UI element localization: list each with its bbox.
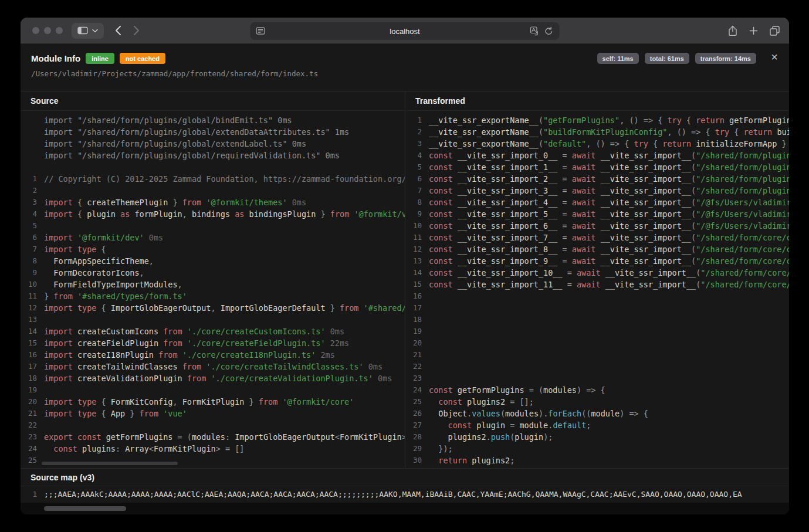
code-line: 20 [405,337,789,349]
window-close-button[interactable] [32,27,39,34]
code-line: 3__vite_ssr_exportName__("default", () =… [405,138,789,150]
code-panels: Source import "/shared/form/plugins/glob… [21,91,789,468]
back-button[interactable] [114,25,121,36]
address-bar[interactable]: localhost [251,22,560,40]
source-panel: Source import "/shared/form/plugins/glob… [21,92,405,468]
sidebar-toggle-button[interactable] [72,23,104,39]
self-time-badge: self: 11ms [597,53,639,64]
code-line: 18 [405,314,789,326]
reload-icon[interactable] [544,26,554,36]
sidebar-icon [77,26,88,35]
module-info-page: Module Info inline not cached self: 11ms… [21,44,789,514]
cache-status-badge: not cached [120,53,165,64]
browser-toolbar: localhost [21,18,789,44]
code-line: 12const __vite_ssr_import_8__ = await __… [405,243,789,255]
window-actions [728,18,780,44]
code-line: 22 [21,419,405,431]
code-line: 17import createTailwindClasses from './c… [21,361,405,372]
code-line: 10 FormFieldTypeImportModules, [21,279,405,290]
code-line: 5const __vite_ssr_import_1__ = await __v… [405,161,789,173]
window-minimize-button[interactable] [44,27,51,34]
code-line: 23 [405,372,789,384]
tab-overview-icon[interactable] [770,26,780,36]
code-line: 24 const plugins: Array<FormKitPlugin> =… [21,443,405,455]
code-line: 17 [405,302,789,314]
code-line: 24const getFormPlugins = (modules) => { [405,384,789,396]
code-line: 16 [405,290,789,302]
code-line: 1// Copyright (C) 2012-2025 Zammad Found… [21,173,405,185]
code-line: 9const __vite_ssr_import_5__ = await __v… [405,208,789,220]
sourcemap-section: Source map (v3) 1;;;AAEA;AAAkC;AAAA;AAAA… [21,468,789,503]
translate-icon[interactable] [530,26,540,36]
transformed-panel: Transformed 1__vite_ssr_exportName__("ge… [405,92,789,468]
code-line: 11} from '#shared/types/form.ts' [21,290,405,302]
code-line: 7const __vite_ssr_import_3__ = await __v… [405,185,789,196]
source-code[interactable]: import "/shared/form/plugins/global/bind… [21,111,405,468]
code-line: 2 [21,185,405,196]
window-zoom-button[interactable] [56,27,63,34]
code-line: 21 [405,349,789,361]
code-line: 30 return plugins2; [405,455,789,466]
code-line: 8 FormAppSpecificTheme, [21,255,405,267]
nav-buttons [114,25,140,36]
horizontal-scrollbar[interactable] [21,503,789,514]
code-line: 12import type { ImportGlobEagerOutput, I… [21,302,405,314]
code-line: 6import '@formkit/dev' 0ms [21,232,405,243]
code-line: 13 [21,314,405,326]
url-text: localhost [390,27,419,36]
code-line: 22 [405,361,789,372]
code-line: 27 const plugin = module.default; [405,419,789,431]
page-settings-icon[interactable] [256,27,265,35]
code-line: 15import createFieldPlugin from './core/… [21,337,405,349]
code-line: import "/shared/form/plugins/global/requ… [21,150,405,161]
code-line: 23export const getFormPlugins = (modules… [21,431,405,443]
transformed-code[interactable]: 1__vite_ssr_exportName__("getFormPlugins… [405,111,789,468]
code-line: 20import type { FormKitConfig, FormKitPl… [21,396,405,408]
code-line: 5 [21,220,405,232]
close-button[interactable]: × [769,51,780,63]
code-line: import "/shared/form/plugins/global/bind… [21,114,405,126]
timing-badges: self: 11ms total: 61ms transform: 14ms [597,53,756,64]
scrollbar-thumb[interactable] [44,506,126,511]
code-line: 3import { createThemePlugin } from '@for… [21,196,405,208]
code-line: 4import { plugin as formPlugin, bindings… [21,208,405,220]
code-line: import "/shared/form/plugins/global/exte… [21,138,405,150]
code-line: 1;;;AAEA;AAAkC;AAAA;AAAA;AAAA;AAClC;AAEA… [21,489,789,500]
transformed-panel-title: Transformed [405,92,789,111]
title-row: Module Info inline not cached self: 11ms… [31,53,778,64]
code-line: 26 Object.values(modules).forEach((modul… [405,408,789,419]
code-line: 28 plugins2.push(plugin); [405,431,789,443]
code-line: 11const __vite_ssr_import_7__ = await __… [405,232,789,243]
share-icon[interactable] [728,25,737,36]
total-time-badge: total: 61ms [645,53,689,64]
code-line: 8const __vite_ssr_import_4__ = await __v… [405,196,789,208]
code-line: 16import createI18nPlugin from './core/c… [21,349,405,361]
code-line: 13const __vite_ssr_import_9__ = await __… [405,255,789,267]
code-line: 4const __vite_ssr_import_0__ = await __v… [405,150,789,161]
traffic-lights [32,27,63,34]
code-line: 19 [21,384,405,396]
sourcemap-code[interactable]: 1;;;AAEA;AAAkC;AAAA;AAAA;AAAA;AAClC;AAEA… [21,486,789,503]
page-title: Module Info [31,53,80,63]
browser-window: localhost [21,18,789,514]
code-line: 7import type { [21,243,405,255]
module-info-header: Module Info inline not cached self: 11ms… [21,44,789,91]
new-tab-icon[interactable] [749,26,758,35]
code-line: 6const __vite_ssr_import_2__ = await __v… [405,173,789,185]
inline-badge: inline [86,53,114,64]
code-line: 18import createValidationPlugin from './… [21,372,405,384]
source-horizontal-scrollbar[interactable] [42,462,178,465]
code-line: 14const __vite_ssr_import_10__ = await _… [405,267,789,279]
code-line: 25 const plugins2 = []; [405,396,789,408]
code-line: 29 }); [405,443,789,455]
sourcemap-title: Source map (v3) [21,469,789,486]
code-line: 2__vite_ssr_exportName__("buildFormKitPl… [405,126,789,138]
source-panel-title: Source [21,92,405,111]
code-line: 15const __vite_ssr_import_11__ = await _… [405,279,789,290]
module-file-path: /Users/vladimir/Projects/zammad/app/fron… [31,69,778,78]
code-line: 19 [405,326,789,337]
code-line: 14import createCustomIcons from './core/… [21,326,405,337]
transform-time-badge: transform: 14ms [695,53,756,64]
code-line: import "/shared/form/plugins/global/exte… [21,126,405,138]
forward-button[interactable] [133,25,140,36]
